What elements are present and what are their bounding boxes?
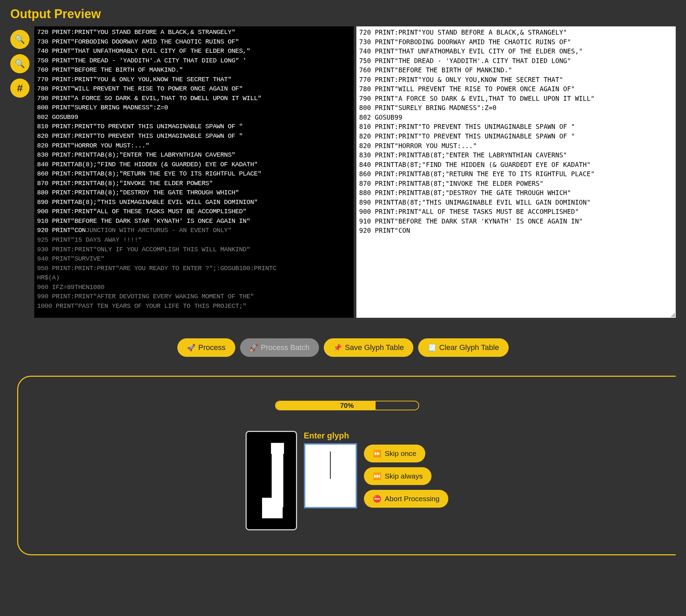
progress-bar: 70% [275,401,419,410]
hash-button[interactable]: # [10,78,29,98]
abort-label: Abort Processing [385,495,440,503]
process-label: Process [198,343,225,352]
abort-icon: ⛔ [373,495,381,503]
clear-glyph-button[interactable]: 🧾 Clear Glyph Table [418,338,508,357]
clear-glyph-label: Clear Glyph Table [439,343,499,352]
rocket-icon: 🚀 [250,343,258,352]
process-button[interactable]: 🚀 Process [177,338,235,357]
text-caret-icon [330,451,331,479]
glyph-input-label: Enter glyph [304,431,357,440]
output-preview: 🔍 🔍 # 720 PRINT:PRINT"YOU STAND BEFORE A… [10,26,676,318]
glyph-input[interactable] [304,443,357,508]
hash-icon: # [17,82,23,94]
output-pane[interactable]: 720 PRINT:PRINT"YOU STAND BEFORE A BLACK… [356,26,676,318]
zoom-out-icon: 🔍 [15,59,25,69]
zoom-in-button[interactable]: 🔍 [10,30,29,49]
save-glyph-label: Save Glyph Table [345,343,404,352]
skip-once-label: Skip once [385,449,416,458]
side-toolbar: 🔍 🔍 # [10,30,31,98]
pin-icon: 📌 [333,343,342,352]
processing-panel: 70% Enter glyph ⏩ S [17,376,676,555]
abort-button[interactable]: ⛔ Abort Processing [364,490,449,508]
page-title: Output Preview [10,7,676,21]
skip-always-label: Skip always [385,472,423,480]
zoom-out-button[interactable]: 🔍 [10,54,29,73]
process-batch-label: Process Batch [261,343,310,352]
glyph-preview [246,431,297,530]
zoom-in-icon: 🔍 [15,35,25,44]
skip-always-icon: ⏭️ [373,472,381,480]
source-pane[interactable]: 720 PRINT:PRINT"YOU STAND BEFORE A BLACK… [34,26,354,318]
rocket-icon: 🚀 [187,343,196,352]
skip-once-icon: ⏩ [373,449,381,458]
progress-label: 70% [276,401,418,410]
trash-icon: 🧾 [428,343,436,352]
process-batch-button: 🚀 Process Batch [240,338,319,357]
skip-once-button[interactable]: ⏩ Skip once [364,445,425,462]
main-button-row: 🚀 Process 🚀 Process Batch 📌 Save Glyph T… [10,338,676,357]
glyph-letter-J-icon [259,443,283,518]
save-glyph-button[interactable]: 📌 Save Glyph Table [324,338,413,357]
skip-always-button[interactable]: ⏭️ Skip always [364,467,432,485]
